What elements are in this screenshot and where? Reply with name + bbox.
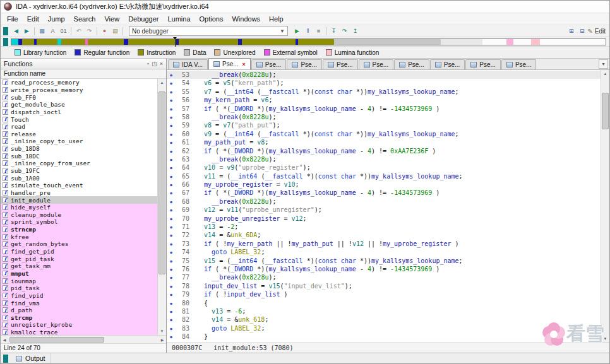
menu-options[interactable]: Options: [195, 14, 228, 24]
panel-float-icon[interactable]: ◳: [152, 61, 157, 67]
scroll-right-icon[interactable]: ▶: [158, 336, 166, 343]
function-row[interactable]: frelease: [1, 130, 157, 138]
function-row[interactable]: ffind_vma: [1, 299, 157, 307]
code-line[interactable]: ●81 v13 = -6;: [167, 307, 601, 315]
scroll-down-icon[interactable]: ▼: [158, 327, 166, 335]
undo-icon[interactable]: ↶: [73, 26, 84, 36]
code-line[interactable]: ●55 v7 = (__int64 (__fastcall *)(const c…: [167, 88, 601, 96]
menu-search[interactable]: Search: [69, 14, 100, 24]
function-row[interactable]: funregister_kprobe: [1, 321, 157, 329]
code-line[interactable]: ●64 v10 = v9("uprobe_register");: [167, 163, 601, 172]
function-row[interactable]: fTouch: [1, 115, 157, 123]
text-search-icon[interactable]: A: [47, 26, 58, 36]
scroll-thumb[interactable]: [158, 91, 165, 274]
run-until-return-icon[interactable]: ↥: [350, 26, 361, 36]
function-row[interactable]: fcleanup_module: [1, 211, 157, 219]
function-row[interactable]: fsub_1A00: [1, 174, 157, 182]
redo-icon[interactable]: ↷: [84, 26, 95, 36]
code-view[interactable]: ●53 __break(0x8228u);●54 v6 = v5("kern_p…: [167, 70, 601, 343]
code-line[interactable]: ●59 v8 = v7("path_put");: [167, 121, 601, 129]
menu-windows[interactable]: Windows: [227, 14, 265, 24]
menu-help[interactable]: Help: [265, 14, 288, 24]
code-line[interactable]: ●77 __break(0x8228u);: [167, 273, 601, 281]
function-row[interactable]: fd_path: [1, 307, 157, 314]
hscroll-thumb[interactable]: [9, 337, 104, 343]
function-row[interactable]: fkfree: [1, 233, 157, 240]
function-row[interactable]: finit_module: [1, 196, 157, 204]
code-line[interactable]: ●76 if ( *(_DWORD *)(my_kallsyms_lookup_…: [167, 265, 601, 273]
tab-ida-view[interactable]: IDA V...: [168, 59, 208, 69]
windows-list-icon[interactable]: ⊞: [566, 26, 577, 36]
start-process-icon[interactable]: ▶: [292, 26, 302, 36]
tab-list-button[interactable]: ▾: [599, 59, 608, 69]
menu-file[interactable]: File: [3, 14, 23, 24]
code-line[interactable]: ●61 my_path_put = v8;: [167, 138, 601, 146]
tab-pseudocode-7[interactable]: Pse...: [430, 59, 465, 69]
function-row[interactable]: fdispatch_ioctl: [1, 109, 157, 116]
function-row[interactable]: fsimulate_touch_event: [1, 182, 157, 189]
tab-pseudocode-8[interactable]: Pse...: [465, 59, 501, 69]
open-views-icon[interactable]: ▦: [37, 26, 47, 36]
tab-pseudocode-9[interactable]: Pse...: [501, 59, 537, 69]
code-line[interactable]: ●79 if ( !input_dev_list ): [167, 290, 601, 298]
binary-search-icon[interactable]: 01: [58, 26, 69, 36]
output-drag-handle[interactable]: [3, 355, 8, 363]
tab-pseudocode-5[interactable]: Pse...: [359, 59, 394, 69]
toolbar-drag-handle[interactable]: [3, 27, 8, 35]
code-line[interactable]: ●80 {: [167, 299, 601, 307]
function-list-hscrollbar[interactable]: ◀ ▶: [1, 335, 166, 343]
tab-pseudocode-3[interactable]: Pse...: [287, 59, 322, 69]
function-row[interactable]: fwrite_process_memory: [1, 86, 157, 94]
code-line[interactable]: ●73 if ( !my_kern_path || !my_path_put |…: [167, 240, 601, 248]
function-row[interactable]: ffind_vpid: [1, 292, 157, 300]
function-row[interactable]: fsub_18D8: [1, 145, 157, 153]
step-over-icon[interactable]: ↷: [339, 26, 350, 36]
code-line[interactable]: ●70 my_uprobe_unregister = v12;: [167, 214, 601, 223]
code-line[interactable]: ●62 if ( *(_DWORD *)(my_kallsyms_lookup_…: [167, 147, 601, 155]
forward-icon[interactable]: ▶: [21, 26, 32, 36]
tab-pseudocode-1[interactable]: Pse...×: [208, 58, 251, 69]
code-line[interactable]: ●57 if ( *(_DWORD *)(my_kallsyms_lookup_…: [167, 105, 601, 113]
code-line[interactable]: ●56 my_kern_path = v6;: [167, 96, 601, 104]
navband-drag-handle[interactable]: [3, 38, 8, 46]
navigation-band[interactable]: [11, 38, 606, 45]
panel-minimize-icon[interactable]: ▫: [147, 61, 149, 67]
code-line[interactable]: ●72 v14 = &unk_6DA;: [167, 231, 601, 239]
tab-output[interactable]: Output: [11, 353, 51, 363]
function-row[interactable]: fsub_19FC: [1, 167, 157, 175]
back-icon[interactable]: ◀: [11, 26, 21, 36]
function-row[interactable]: fread: [1, 123, 157, 131]
database-snapshot-icon[interactable]: ▤: [110, 26, 121, 36]
code-line[interactable]: ●58 __break(0x8228u);: [167, 113, 601, 121]
function-row[interactable]: fstrcmp: [1, 314, 157, 322]
scroll-track[interactable]: [158, 86, 166, 327]
function-list-scrollbar[interactable]: ▲ ▼: [157, 79, 166, 335]
scroll-left-icon[interactable]: ◀: [1, 336, 8, 343]
step-into-icon[interactable]: ↧: [328, 26, 339, 36]
breakpoint-icon[interactable]: ●: [99, 26, 110, 36]
debugger-select[interactable]: No debugger ▼: [129, 26, 288, 36]
scroll-up-icon[interactable]: ▲: [601, 70, 609, 78]
code-line[interactable]: ●71 v13 = -2;: [167, 223, 601, 231]
code-line[interactable]: ●84 }: [167, 332, 601, 341]
function-row[interactable]: fhandler_pre: [1, 189, 157, 197]
desktop-layout-icon[interactable]: ⊟: [577, 26, 587, 36]
code-line[interactable]: ●53 __break(0x8228u);: [167, 71, 601, 79]
function-row[interactable]: fstrncmp: [1, 226, 157, 233]
function-row[interactable]: fsprint_symbol: [1, 218, 157, 226]
function-row[interactable]: ffind_get_pid: [1, 248, 157, 255]
scroll-track[interactable]: [601, 78, 609, 335]
tab-pseudocode-4[interactable]: Pse...: [323, 59, 358, 69]
function-row[interactable]: fsub_18DC: [1, 152, 157, 160]
function-row[interactable]: fget_module_base: [1, 101, 157, 109]
stop-process-icon[interactable]: ■: [313, 26, 324, 36]
scroll-up-icon[interactable]: ▲: [158, 79, 166, 86]
tab-pseudocode-6[interactable]: Pse...: [394, 59, 429, 69]
function-row[interactable]: fget_task_mm: [1, 262, 157, 270]
function-row[interactable]: fhide_myself: [1, 204, 157, 211]
code-line[interactable]: ●78 input_dev_list = v15("input_dev_list…: [167, 282, 601, 290]
function-row[interactable]: fget_pid_task: [1, 255, 157, 262]
function-row[interactable]: fread_process_memory: [1, 79, 157, 86]
menu-edit[interactable]: Edit: [23, 14, 44, 24]
code-line[interactable]: ●65 v11 = (__int64 (__fastcall *)(const …: [167, 172, 601, 180]
